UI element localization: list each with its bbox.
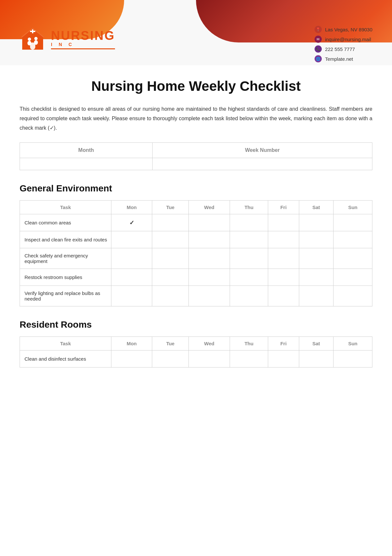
day-cell-1-0-mon[interactable] — [111, 351, 152, 368]
col-header-1-3: Wed — [188, 337, 230, 351]
col-header-0-1: Mon — [111, 201, 152, 214]
day-cell-0-2-mon[interactable] — [111, 248, 152, 269]
day-cell-0-0-wed[interactable] — [188, 214, 230, 231]
logo-inc: I N C — [51, 42, 115, 47]
day-cell-1-0-thu[interactable] — [230, 351, 268, 368]
col-header-0-4: Thu — [230, 201, 268, 214]
contact-address: Las Vegas, NV 89030 — [325, 27, 372, 32]
svg-point-4 — [27, 41, 31, 45]
meta-week-cell[interactable] — [153, 158, 372, 170]
header-content: NURSING I N C 📍 Las Vegas, NV 89030 ✉ in… — [0, 0, 392, 65]
col-header-1-7: Sun — [334, 337, 372, 351]
day-cell-0-4-fri[interactable] — [268, 286, 299, 306]
day-cell-0-3-fri[interactable] — [268, 269, 299, 286]
col-header-1-6: Sat — [299, 337, 334, 351]
day-cell-0-0-fri[interactable] — [268, 214, 299, 231]
col-header-1-1: Mon — [111, 337, 152, 351]
task-cell-0-4: Verify lighting and replace bulbs as nee… — [20, 286, 111, 306]
day-cell-0-4-tue[interactable] — [152, 286, 188, 306]
contact-email: inquire@nursing.mail — [325, 37, 371, 42]
day-cell-1-0-fri[interactable] — [268, 351, 299, 368]
day-cell-0-0-sat[interactable] — [299, 214, 334, 231]
col-header-0-0: Task — [20, 201, 111, 214]
day-cell-0-3-tue[interactable] — [152, 269, 188, 286]
day-cell-0-1-sun[interactable] — [334, 231, 372, 248]
day-cell-0-3-mon[interactable] — [111, 269, 152, 286]
day-cell-0-4-mon[interactable] — [111, 286, 152, 306]
task-cell-0-2: Check safety and emergency equipment — [20, 248, 111, 269]
day-cell-0-2-sat[interactable] — [299, 248, 334, 269]
task-cell-0-1: Inspect and clean fire exits and routes — [20, 231, 111, 248]
svg-rect-8 — [30, 31, 35, 32]
day-cell-0-3-sat[interactable] — [299, 269, 334, 286]
day-cell-0-3-thu[interactable] — [230, 269, 268, 286]
col-header-1-0: Task — [20, 337, 111, 351]
task-table-1: TaskMonTueWedThuFriSatSunClean and disin… — [20, 336, 372, 368]
day-cell-1-0-sat[interactable] — [299, 351, 334, 368]
col-header-0-7: Sun — [334, 201, 372, 214]
page-title: Nursing Home Weekly Checklist — [20, 78, 372, 94]
logo-text-area: NURSING I N C — [51, 29, 115, 49]
description: This checklist is designed to ensure all… — [20, 105, 372, 133]
sections-container: General EnvironmentTaskMonTueWedThuFriSa… — [20, 183, 372, 368]
svg-point-6 — [34, 40, 38, 45]
day-cell-0-2-wed[interactable] — [188, 248, 230, 269]
day-cell-0-3-sun[interactable] — [334, 269, 372, 286]
task-cell-1-0: Clean and disinfect surfaces — [20, 351, 111, 368]
table-row: Restock restroom supplies — [20, 269, 372, 286]
task-cell-0-0: Clean common areas — [20, 214, 111, 231]
table-row: Verify lighting and replace bulbs as nee… — [20, 286, 372, 306]
day-cell-1-0-sun[interactable] — [334, 351, 372, 368]
day-cell-0-3-wed[interactable] — [188, 269, 230, 286]
logo-underline — [51, 48, 115, 49]
col-header-0-2: Tue — [152, 201, 188, 214]
svg-point-3 — [28, 38, 31, 41]
phone-icon: 📞 — [315, 45, 322, 53]
day-cell-1-0-tue[interactable] — [152, 351, 188, 368]
day-cell-0-4-sat[interactable] — [299, 286, 334, 306]
col-header-0-6: Sat — [299, 201, 334, 214]
contact-email-row: ✉ inquire@nursing.mail — [315, 36, 372, 43]
day-cell-0-4-sun[interactable] — [334, 286, 372, 306]
contact-phone-row: 📞 222 555 7777 — [315, 45, 372, 53]
day-cell-0-1-fri[interactable] — [268, 231, 299, 248]
task-table-0: TaskMonTueWedThuFriSatSunClean common ar… — [20, 200, 372, 306]
svg-point-5 — [34, 37, 38, 40]
table-row: Clean common areas✓ — [20, 214, 372, 231]
day-cell-0-0-tue[interactable] — [152, 214, 188, 231]
section-title-1: Resident Rooms — [20, 319, 372, 330]
day-cell-1-0-wed[interactable] — [188, 351, 230, 368]
meta-col1-header: Month — [20, 143, 153, 158]
meta-table: Month Week Number — [20, 142, 372, 170]
col-header-1-2: Tue — [152, 337, 188, 351]
day-cell-0-4-wed[interactable] — [188, 286, 230, 306]
meta-col2-header: Week Number — [153, 143, 372, 158]
day-cell-0-2-sun[interactable] — [334, 248, 372, 269]
main-content: Nursing Home Weekly Checklist This check… — [0, 65, 392, 400]
web-icon: 🌐 — [315, 55, 322, 62]
table-row: Check safety and emergency equipment — [20, 248, 372, 269]
day-cell-0-2-fri[interactable] — [268, 248, 299, 269]
meta-row — [20, 158, 372, 170]
day-cell-0-1-wed[interactable] — [188, 231, 230, 248]
header: NURSING I N C 📍 Las Vegas, NV 89030 ✉ in… — [0, 0, 392, 65]
col-header-0-5: Fri — [268, 201, 299, 214]
day-cell-0-1-mon[interactable] — [111, 231, 152, 248]
day-cell-0-0-thu[interactable] — [230, 214, 268, 231]
table-row: Inspect and clean fire exits and routes — [20, 231, 372, 248]
email-icon: ✉ — [315, 36, 322, 43]
table-row: Clean and disinfect surfaces — [20, 351, 372, 368]
contact-info: 📍 Las Vegas, NV 89030 ✉ inquire@nursing.… — [315, 26, 372, 62]
section-title-0: General Environment — [20, 183, 372, 194]
day-cell-0-0-mon[interactable]: ✓ — [111, 214, 152, 231]
day-cell-0-2-thu[interactable] — [230, 248, 268, 269]
day-cell-0-1-tue[interactable] — [152, 231, 188, 248]
meta-month-cell[interactable] — [20, 158, 153, 170]
contact-web-row: 🌐 Template.net — [315, 55, 372, 62]
day-cell-0-1-thu[interactable] — [230, 231, 268, 248]
day-cell-0-4-thu[interactable] — [230, 286, 268, 306]
day-cell-0-2-tue[interactable] — [152, 248, 188, 269]
location-icon: 📍 — [315, 26, 322, 33]
day-cell-0-1-sat[interactable] — [299, 231, 334, 248]
day-cell-0-0-sun[interactable] — [334, 214, 372, 231]
